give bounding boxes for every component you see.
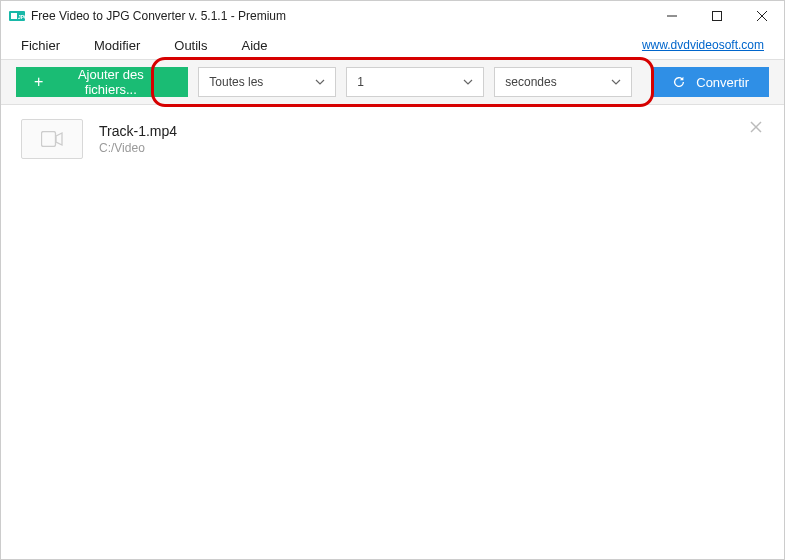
file-list: Track-1.mp4 C:/Video [1,105,784,173]
file-info: Track-1.mp4 C:/Video [99,123,177,155]
minimize-button[interactable] [649,1,694,31]
mode-dropdown-label: Toutes les [209,75,315,89]
file-name: Track-1.mp4 [99,123,177,139]
file-path: C:/Video [99,141,177,155]
window-title: Free Video to JPG Converter v. 5.1.1 - P… [31,9,649,23]
count-dropdown[interactable]: 1 [346,67,484,97]
convert-button[interactable]: Convertir [652,67,769,97]
count-dropdown-label: 1 [357,75,463,89]
window-controls [649,1,784,31]
add-files-label: Ajouter des fichiers... [51,67,170,97]
menu-edit[interactable]: Modifier [94,38,140,53]
plus-icon: + [34,73,43,91]
maximize-button[interactable] [694,1,739,31]
menu-tools[interactable]: Outils [174,38,207,53]
mode-dropdown[interactable]: Toutes les [198,67,336,97]
promo-link[interactable]: www.dvdvideosoft.com [642,38,764,52]
svg-rect-4 [712,12,721,21]
svg-text:JPG: JPG [18,14,25,20]
file-row[interactable]: Track-1.mp4 C:/Video [1,105,784,173]
title-bar: JPG Free Video to JPG Converter v. 5.1.1… [1,1,784,31]
convert-label: Convertir [696,75,749,90]
chevron-down-icon [611,77,621,87]
menu-file[interactable]: Fichier [21,38,60,53]
menu-bar: Fichier Modifier Outils Aide www.dvdvide… [1,31,784,59]
unit-dropdown-label: secondes [505,75,611,89]
unit-dropdown[interactable]: secondes [494,67,632,97]
close-icon [750,121,762,133]
chevron-down-icon [315,77,325,87]
refresh-icon [672,75,686,89]
video-icon [41,131,63,147]
toolbar: + Ajouter des fichiers... Toutes les 1 s… [1,59,784,105]
file-thumbnail [21,119,83,159]
app-icon: JPG [9,8,25,24]
svg-rect-1 [11,13,17,19]
remove-file-button[interactable] [750,119,762,137]
close-button[interactable] [739,1,784,31]
svg-rect-7 [42,132,56,147]
chevron-down-icon [463,77,473,87]
add-files-button[interactable]: + Ajouter des fichiers... [16,67,188,97]
menu-help[interactable]: Aide [242,38,268,53]
